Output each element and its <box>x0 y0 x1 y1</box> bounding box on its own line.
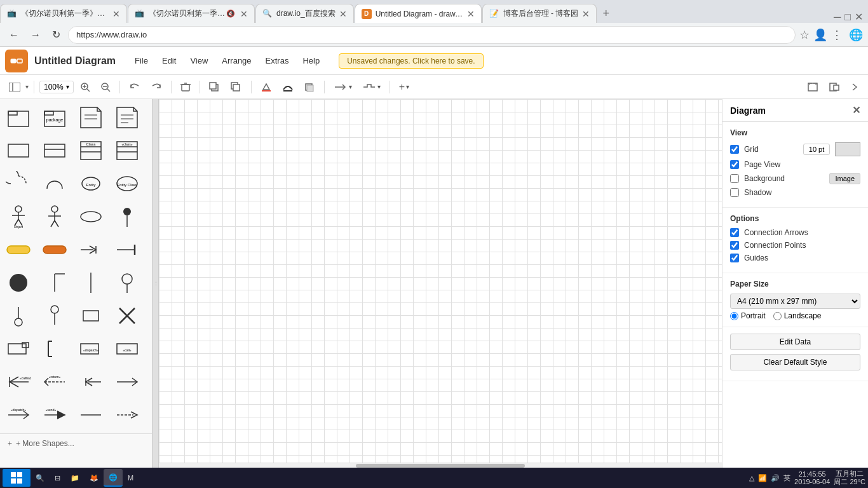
undo-button[interactable] <box>125 79 144 95</box>
close-browser-btn[interactable]: ✕ <box>855 11 863 23</box>
shape-circle-line[interactable] <box>111 267 143 299</box>
shape-package2[interactable]: package <box>39 102 71 133</box>
more-shapes-button[interactable]: + + More Shapes... <box>0 433 152 453</box>
taskbar-clock[interactable]: 21:45:55 2019-06-04 <box>794 470 830 485</box>
shape-note2[interactable] <box>111 102 143 133</box>
shape-circle-up[interactable] <box>3 300 34 332</box>
minimize-btn[interactable]: ─ <box>834 11 841 23</box>
shadow-button[interactable] <box>300 79 319 95</box>
notify-icon[interactable]: △ <box>749 474 754 482</box>
to-back-button[interactable] <box>227 79 246 95</box>
forward-button[interactable]: → <box>27 27 44 43</box>
taskbar-chrome[interactable]: 🌐 <box>104 469 123 487</box>
shape-rect3[interactable] <box>75 300 107 332</box>
shape-line[interactable] <box>75 399 107 431</box>
start-button[interactable] <box>3 469 31 487</box>
shape-dashed-arrow[interactable] <box>111 399 143 431</box>
shape-entity[interactable]: Entity <box>75 168 107 200</box>
shape-circle-half[interactable] <box>3 168 34 200</box>
edit-data-button[interactable]: Edit Data <box>730 334 860 350</box>
collapse-panel-button[interactable] <box>846 80 863 94</box>
landscape-radio-label[interactable]: Landscape <box>773 311 822 320</box>
tab-5-close[interactable]: ✕ <box>582 9 590 19</box>
new-tab-button[interactable]: + <box>597 4 614 23</box>
taskbar-file-explorer[interactable]: 📁 <box>65 469 85 487</box>
taskbar-firefox[interactable]: 🦊 <box>85 469 104 487</box>
grid-value-input[interactable] <box>803 144 830 155</box>
waypoint-button[interactable]: ▾ <box>358 79 384 95</box>
shape-object[interactable]: Object <box>3 201 34 233</box>
clear-default-style-button[interactable]: Clear Default Style <box>730 354 860 370</box>
tab-4-close[interactable]: ✕ <box>467 9 475 19</box>
sound-icon[interactable]: 🔊 <box>771 474 780 482</box>
shape-arrow2[interactable] <box>111 366 143 398</box>
tab-5[interactable]: 📝 博客后台管理 - 博客园 ✕ <box>482 4 597 23</box>
paper-size-select[interactable]: A4 (210 mm x 297 mm) A3 Letter Legal <box>730 294 860 309</box>
zoom-out-button[interactable] <box>97 79 114 95</box>
shape-dispatch2[interactable]: «dispatch» <box>3 399 34 431</box>
shape-labeled-ellipse[interactable]: Entity Class <box>111 168 143 200</box>
delete-button[interactable] <box>177 79 194 95</box>
shape-callback[interactable]: «callback» <box>3 366 34 398</box>
save-notice[interactable]: Unsaved changes. Click here to save. <box>339 53 483 69</box>
page-view-checkbox[interactable] <box>730 160 739 169</box>
maximize-btn[interactable]: □ <box>844 11 851 23</box>
connection-arrows-checkbox[interactable] <box>730 228 739 237</box>
shape-arrow-left[interactable] <box>75 366 107 398</box>
toggle-panel-button[interactable] <box>5 80 24 94</box>
lang-indicator[interactable]: 英 <box>783 473 790 483</box>
network-icon[interactable]: 📶 <box>758 474 767 482</box>
taskbar-mail[interactable]: M <box>123 469 139 487</box>
tab-4[interactable]: D Untitled Diagram - draw.io ✕ <box>355 4 482 23</box>
shape-note[interactable] <box>75 102 107 133</box>
shape-vert-line[interactable] <box>75 267 107 299</box>
panel-close-button[interactable]: ✕ <box>852 104 860 116</box>
menu-help[interactable]: Help <box>296 53 326 68</box>
reload-button[interactable]: ↻ <box>48 26 64 43</box>
sidebar-resize-handle[interactable] <box>149 99 152 468</box>
tab-2-close[interactable]: ✕ <box>240 9 248 19</box>
shape-label2[interactable] <box>39 234 71 266</box>
shape-arc[interactable] <box>39 168 71 200</box>
menu-view[interactable]: View <box>184 53 214 68</box>
shape-bar-end[interactable] <box>111 234 143 266</box>
shape-send[interactable]: «send» <box>39 399 71 431</box>
taskbar-search[interactable]: 🔍 <box>31 469 50 487</box>
menu-file[interactable]: File <box>128 53 154 68</box>
grid-checkbox[interactable] <box>730 145 739 154</box>
zoom-in-button[interactable] <box>76 79 94 95</box>
canvas-grid[interactable] <box>159 99 722 468</box>
view-toggle[interactable]: ▾ <box>5 80 29 94</box>
tab-3[interactable]: 🔍 draw.io_百度搜索 ✕ <box>255 4 354 23</box>
portrait-radio-label[interactable]: Portrait <box>730 311 766 320</box>
menu-arrange[interactable]: Arrange <box>215 53 257 68</box>
menu-extras[interactable]: Extras <box>259 53 295 68</box>
menu-icon[interactable]: ⋮ <box>831 28 843 42</box>
insert-button[interactable]: + ▾ <box>395 79 413 95</box>
shape-t-shape[interactable] <box>39 267 71 299</box>
background-checkbox[interactable] <box>730 174 739 183</box>
tab-2[interactable]: 📺 《切尔诺贝利第一季》第0... 🔇 ✕ <box>128 4 255 23</box>
shape-label1[interactable] <box>3 234 34 266</box>
extensions-icon[interactable]: 🌐 <box>849 28 863 42</box>
grid-color-swatch[interactable] <box>835 142 860 156</box>
shape-stick-figure[interactable] <box>39 201 71 233</box>
landscape-radio[interactable] <box>773 312 782 320</box>
menu-edit[interactable]: Edit <box>156 53 182 68</box>
stroke-color-button[interactable] <box>278 79 297 95</box>
connection-type-button[interactable]: ▾ <box>330 79 356 95</box>
shape-rect[interactable] <box>3 135 34 166</box>
tab-1-close[interactable]: ✕ <box>112 9 120 19</box>
shape-pin[interactable] <box>111 201 143 233</box>
canvas-area[interactable] <box>159 99 722 468</box>
profile-icon[interactable]: 👤 <box>813 28 827 42</box>
shape-class[interactable]: Class <box>75 135 107 166</box>
portrait-radio[interactable] <box>730 312 738 320</box>
shape-class2[interactable]: «class» <box>111 135 143 166</box>
taskbar-task-view[interactable]: ⊟ <box>50 469 65 487</box>
shape-bracket[interactable] <box>39 333 71 365</box>
redo-button[interactable] <box>147 79 166 95</box>
tab-3-close[interactable]: ✕ <box>339 9 347 19</box>
shape-filled-circle[interactable] <box>3 267 34 299</box>
shape-return[interactable]: «return» <box>39 366 71 398</box>
